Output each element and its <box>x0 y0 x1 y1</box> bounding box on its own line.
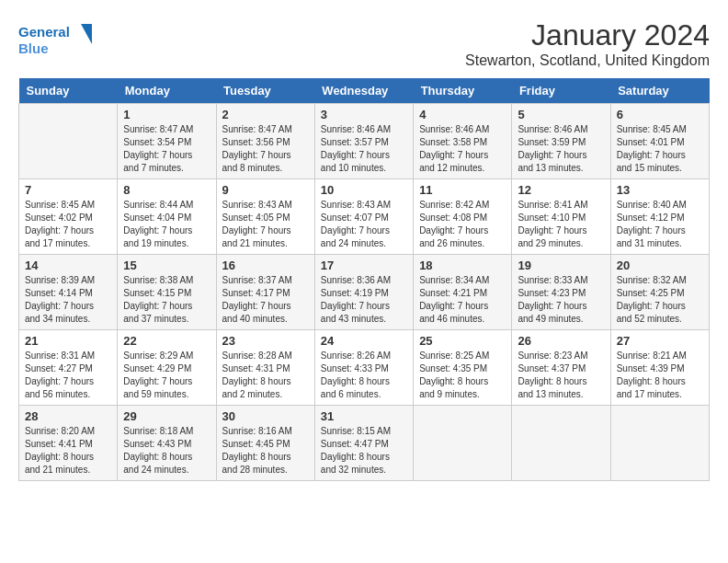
day-info: Sunrise: 8:16 AM Sunset: 4:45 PM Dayligh… <box>222 425 309 477</box>
day-cell: 19Sunrise: 8:33 AM Sunset: 4:23 PM Dayli… <box>512 255 610 330</box>
day-cell: 23Sunrise: 8:28 AM Sunset: 4:31 PM Dayli… <box>216 330 314 406</box>
day-number: 12 <box>518 183 604 197</box>
day-info: Sunrise: 8:45 AM Sunset: 4:02 PM Dayligh… <box>25 199 111 250</box>
day-number: 10 <box>321 183 407 197</box>
day-number: 6 <box>617 108 703 121</box>
day-cell: 25Sunrise: 8:25 AM Sunset: 4:35 PM Dayli… <box>414 330 512 406</box>
day-cell: 10Sunrise: 8:43 AM Sunset: 4:07 PM Dayli… <box>314 179 413 255</box>
day-cell: 24Sunrise: 8:26 AM Sunset: 4:33 PM Dayli… <box>314 330 413 406</box>
day-number: 17 <box>321 259 407 272</box>
day-info: Sunrise: 8:29 AM Sunset: 4:29 PM Dayligh… <box>123 350 210 401</box>
day-info: Sunrise: 8:34 AM Sunset: 4:21 PM Dayligh… <box>419 274 506 326</box>
day-info: Sunrise: 8:28 AM Sunset: 4:31 PM Dayligh… <box>222 350 309 401</box>
day-number: 26 <box>518 334 604 348</box>
day-number: 14 <box>25 259 111 272</box>
day-info: Sunrise: 8:38 AM Sunset: 4:15 PM Dayligh… <box>123 274 210 326</box>
day-info: Sunrise: 8:46 AM Sunset: 3:59 PM Dayligh… <box>518 123 604 175</box>
week-row-3: 14Sunrise: 8:39 AM Sunset: 4:14 PM Dayli… <box>19 255 710 330</box>
day-number: 19 <box>518 259 604 272</box>
day-number: 18 <box>419 259 506 272</box>
day-number: 24 <box>321 334 407 348</box>
day-cell: 17Sunrise: 8:36 AM Sunset: 4:19 PM Dayli… <box>314 255 413 330</box>
day-info: Sunrise: 8:31 AM Sunset: 4:27 PM Dayligh… <box>25 350 111 401</box>
day-number: 28 <box>25 409 111 423</box>
week-row-2: 7Sunrise: 8:45 AM Sunset: 4:02 PM Daylig… <box>19 179 710 255</box>
day-number: 1 <box>123 108 210 121</box>
day-cell <box>414 406 512 481</box>
day-number: 5 <box>518 108 604 121</box>
day-cell: 21Sunrise: 8:31 AM Sunset: 4:27 PM Dayli… <box>19 330 118 406</box>
day-number: 23 <box>222 334 309 348</box>
day-cell: 26Sunrise: 8:23 AM Sunset: 4:37 PM Dayli… <box>512 330 610 406</box>
day-number: 9 <box>222 183 309 197</box>
day-cell: 12Sunrise: 8:41 AM Sunset: 4:10 PM Dayli… <box>512 179 610 255</box>
day-cell: 22Sunrise: 8:29 AM Sunset: 4:29 PM Dayli… <box>118 330 216 406</box>
day-cell: 6Sunrise: 8:45 AM Sunset: 4:01 PM Daylig… <box>610 104 709 179</box>
day-info: Sunrise: 8:46 AM Sunset: 3:58 PM Dayligh… <box>419 123 506 175</box>
calendar-table: SundayMondayTuesdayWednesdayThursdayFrid… <box>18 78 710 481</box>
day-cell: 20Sunrise: 8:32 AM Sunset: 4:25 PM Dayli… <box>610 255 709 330</box>
day-cell: 18Sunrise: 8:34 AM Sunset: 4:21 PM Dayli… <box>414 255 512 330</box>
day-number: 27 <box>617 334 703 348</box>
day-number: 11 <box>419 183 506 197</box>
day-cell: 28Sunrise: 8:20 AM Sunset: 4:41 PM Dayli… <box>19 406 118 481</box>
header-row: SundayMondayTuesdayWednesdayThursdayFrid… <box>19 78 710 104</box>
day-number: 22 <box>123 334 210 348</box>
day-cell: 3Sunrise: 8:46 AM Sunset: 3:57 PM Daylig… <box>314 104 413 179</box>
svg-marker-2 <box>81 24 92 44</box>
day-number: 20 <box>617 259 703 272</box>
day-number: 3 <box>321 108 407 121</box>
svg-text:Blue: Blue <box>18 40 49 56</box>
week-row-4: 21Sunrise: 8:31 AM Sunset: 4:27 PM Dayli… <box>19 330 710 406</box>
day-number: 16 <box>222 259 309 272</box>
col-header-sunday: Sunday <box>19 78 118 104</box>
day-info: Sunrise: 8:21 AM Sunset: 4:39 PM Dayligh… <box>617 350 703 401</box>
svg-text:General: General <box>18 24 70 40</box>
month-title: January 2024 <box>465 18 710 52</box>
day-cell: 14Sunrise: 8:39 AM Sunset: 4:14 PM Dayli… <box>19 255 118 330</box>
day-cell: 31Sunrise: 8:15 AM Sunset: 4:47 PM Dayli… <box>314 406 413 481</box>
page-header: General Blue January 2024 Stewarton, Sco… <box>18 18 710 69</box>
day-number: 30 <box>222 409 309 423</box>
day-number: 21 <box>25 334 111 348</box>
day-info: Sunrise: 8:39 AM Sunset: 4:14 PM Dayligh… <box>25 274 111 326</box>
day-number: 7 <box>25 183 111 197</box>
col-header-monday: Monday <box>118 78 216 104</box>
day-cell <box>512 406 610 481</box>
day-info: Sunrise: 8:18 AM Sunset: 4:43 PM Dayligh… <box>123 425 210 477</box>
day-cell <box>19 104 118 179</box>
day-info: Sunrise: 8:26 AM Sunset: 4:33 PM Dayligh… <box>321 350 407 401</box>
week-row-1: 1Sunrise: 8:47 AM Sunset: 3:54 PM Daylig… <box>19 104 710 179</box>
logo: General Blue <box>18 18 92 64</box>
day-number: 4 <box>419 108 506 121</box>
title-block: January 2024 Stewarton, Scotland, United… <box>465 18 710 69</box>
day-number: 8 <box>123 183 210 197</box>
day-number: 2 <box>222 108 309 121</box>
day-cell: 5Sunrise: 8:46 AM Sunset: 3:59 PM Daylig… <box>512 104 610 179</box>
day-cell: 16Sunrise: 8:37 AM Sunset: 4:17 PM Dayli… <box>216 255 314 330</box>
day-info: Sunrise: 8:41 AM Sunset: 4:10 PM Dayligh… <box>518 199 604 250</box>
col-header-tuesday: Tuesday <box>216 78 314 104</box>
day-info: Sunrise: 8:43 AM Sunset: 4:07 PM Dayligh… <box>321 199 407 250</box>
day-cell: 27Sunrise: 8:21 AM Sunset: 4:39 PM Dayli… <box>610 330 709 406</box>
day-cell: 13Sunrise: 8:40 AM Sunset: 4:12 PM Dayli… <box>610 179 709 255</box>
day-info: Sunrise: 8:25 AM Sunset: 4:35 PM Dayligh… <box>419 350 506 401</box>
day-info: Sunrise: 8:47 AM Sunset: 3:54 PM Dayligh… <box>123 123 210 175</box>
day-info: Sunrise: 8:33 AM Sunset: 4:23 PM Dayligh… <box>518 274 604 326</box>
col-header-wednesday: Wednesday <box>314 78 413 104</box>
day-info: Sunrise: 8:15 AM Sunset: 4:47 PM Dayligh… <box>321 425 407 477</box>
day-cell: 7Sunrise: 8:45 AM Sunset: 4:02 PM Daylig… <box>19 179 118 255</box>
col-header-friday: Friday <box>512 78 610 104</box>
day-cell: 9Sunrise: 8:43 AM Sunset: 4:05 PM Daylig… <box>216 179 314 255</box>
week-row-5: 28Sunrise: 8:20 AM Sunset: 4:41 PM Dayli… <box>19 406 710 481</box>
day-cell: 8Sunrise: 8:44 AM Sunset: 4:04 PM Daylig… <box>118 179 216 255</box>
day-info: Sunrise: 8:40 AM Sunset: 4:12 PM Dayligh… <box>617 199 703 250</box>
day-info: Sunrise: 8:43 AM Sunset: 4:05 PM Dayligh… <box>222 199 309 250</box>
day-number: 15 <box>123 259 210 272</box>
day-info: Sunrise: 8:44 AM Sunset: 4:04 PM Dayligh… <box>123 199 210 250</box>
day-cell: 29Sunrise: 8:18 AM Sunset: 4:43 PM Dayli… <box>118 406 216 481</box>
day-number: 25 <box>419 334 506 348</box>
location: Stewarton, Scotland, United Kingdom <box>465 52 710 69</box>
day-number: 31 <box>321 409 407 423</box>
col-header-saturday: Saturday <box>610 78 709 104</box>
